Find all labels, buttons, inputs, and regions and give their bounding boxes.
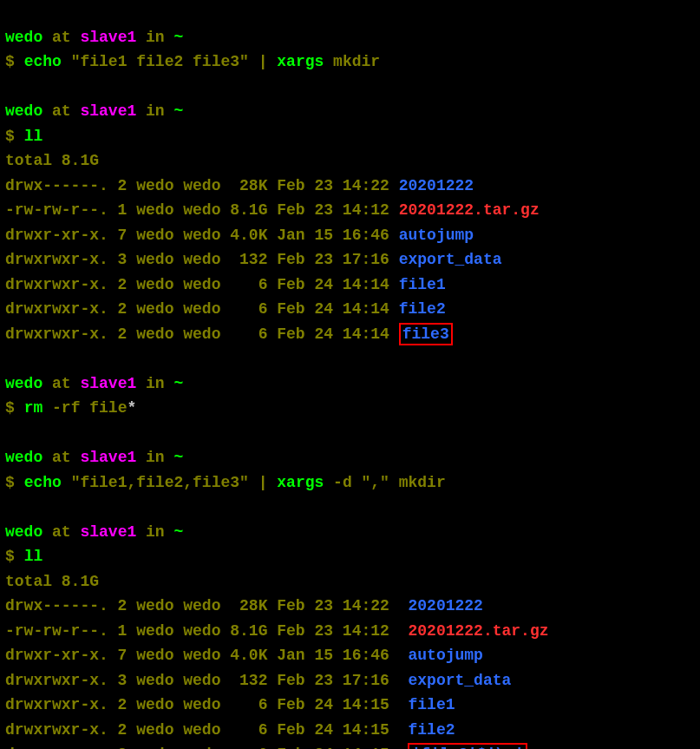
ls-total: total 8.1G (5, 152, 99, 169)
cmd-pipe: | (249, 53, 277, 70)
cmd-mkdir: mkdir (399, 474, 446, 491)
ls-filename: file1 (408, 696, 455, 713)
ls-filename: 20201222 (408, 597, 482, 614)
terminal-output[interactable]: wedo at slave1 in ~ $ echo "file1 file2 … (0, 0, 700, 749)
cmd-arg: "file1,file2,file3" (71, 474, 249, 491)
prompt-line: wedo at slave1 in ~ (5, 523, 183, 541)
prompt-line: wedo at slave1 in ~ (5, 102, 183, 120)
ls-filename: autojump (399, 227, 474, 244)
ls-row: drwxrwxr-x. 3 wedo wedo 132 Feb 23 17:16 (5, 251, 399, 268)
command-line: $ echo "file1 file2 file3" | xargs mkdir (5, 53, 380, 70)
cmd-arg: -rf file (52, 399, 127, 417)
ls-row: drwxr-xr-x. 7 wedo wedo 4.0K Jan 15 16:4… (5, 647, 408, 664)
ls-filename: export_data (399, 251, 502, 268)
command-line: $ ll (5, 128, 43, 145)
ls-filename: 'file3'$'\n' (411, 746, 524, 749)
cmd-echo: echo (24, 53, 71, 70)
prompt-at: at (43, 29, 80, 46)
prompt-line: wedo at slave1 in ~ (5, 375, 183, 392)
cmd-ll: ll (24, 128, 43, 145)
cmd-arg: "file1 file2 file3" (71, 53, 249, 70)
ls-row: drwxrwxr-x. 2 wedo wedo 6 Feb 24 14:14 (5, 325, 399, 343)
cmd-mkdir: mkdir (333, 53, 380, 70)
ls-row: drwxrwxr-x. 2 wedo wedo 6 Feb 24 14:14 (5, 276, 399, 293)
command-line: $ echo "file1,file2,file3" | xargs -d ",… (5, 474, 446, 491)
ls-filename: autojump (408, 647, 482, 664)
ls-row: drwxrwxr-x. 3 wedo wedo 132 Feb 23 17:16 (5, 672, 408, 689)
ls-filename: file2 (408, 721, 455, 739)
cmd-arg: -d "," (333, 474, 399, 491)
ls-filename: file3 (402, 325, 449, 343)
ls-row: drwxrwxr-x. 2 wedo wedo 6 Feb 24 14:15 (5, 721, 408, 739)
command-line: $ rm -rf file* (5, 399, 136, 417)
ls-listing: drwx------. 2 wedo wedo 28K Feb 23 14:22… (5, 597, 549, 749)
ls-filename: 20201222 (399, 177, 474, 194)
prompt-user: wedo (5, 29, 43, 46)
ls-row: drwxrwxr-x. 2 wedo wedo 6 Feb 24 14:15 (5, 746, 408, 749)
glob-star: * (127, 399, 136, 417)
prompt-line: wedo at slave1 in ~ (5, 449, 183, 466)
ls-filename: 20201222.tar.gz (408, 622, 548, 640)
ls-row: -rw-rw-r--. 1 wedo wedo 8.1G Feb 23 14:1… (5, 201, 399, 219)
ls-filename: file1 (399, 276, 446, 293)
ls-row: -rw-rw-r--. 1 wedo wedo 8.1G Feb 23 14:1… (5, 622, 408, 640)
ls-row: drwxrwxr-x. 2 wedo wedo 6 Feb 24 14:14 (5, 300, 399, 318)
prompt-symbol: $ (5, 53, 15, 70)
cmd-xargs: xargs (277, 53, 333, 70)
highlight-box: 'file3'$'\n' (408, 743, 527, 749)
ls-row: drwx------. 2 wedo wedo 28K Feb 23 14:22 (5, 177, 399, 194)
prompt-host: slave1 (80, 29, 136, 46)
highlight-box: file3 (399, 323, 453, 345)
prompt-in: in (136, 29, 173, 46)
command-line: $ ll (5, 548, 43, 565)
ls-row: drwx------. 2 wedo wedo 28K Feb 23 14:22 (5, 597, 408, 614)
prompt-line: wedo at slave1 in ~ (5, 29, 183, 46)
ls-listing: drwx------. 2 wedo wedo 28K Feb 23 14:22… (5, 177, 540, 343)
ls-row: drwxrwxr-x. 2 wedo wedo 6 Feb 24 14:15 (5, 696, 408, 713)
prompt-path: ~ (173, 29, 183, 46)
ls-filename: export_data (408, 672, 511, 689)
ls-total: total 8.1G (5, 573, 99, 590)
ls-filename: 20201222.tar.gz (399, 201, 540, 219)
ls-row: drwxr-xr-x. 7 wedo wedo 4.0K Jan 15 16:4… (5, 227, 399, 244)
ls-filename: file2 (399, 300, 446, 318)
cmd-rm: rm (24, 399, 52, 417)
